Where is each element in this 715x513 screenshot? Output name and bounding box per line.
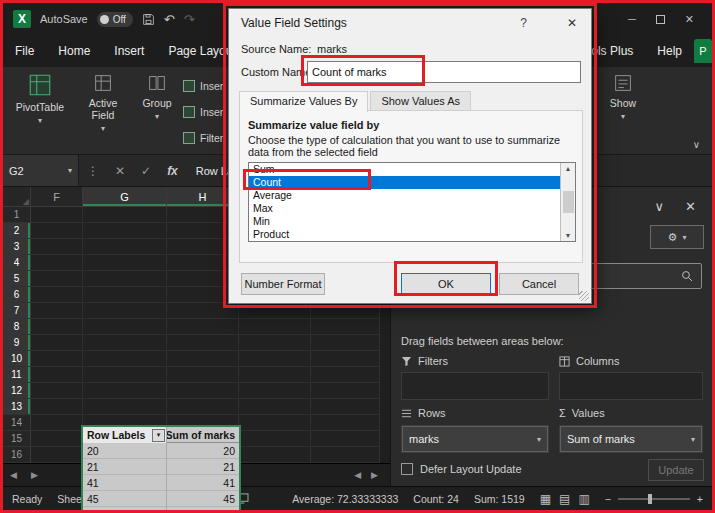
cell[interactable] (167, 367, 239, 383)
collapse-ribbon-icon[interactable]: ∨ (693, 139, 700, 150)
cell[interactable] (31, 335, 83, 351)
name-box[interactable]: G2 ▾ (3, 155, 79, 186)
cell[interactable] (239, 399, 311, 415)
cell[interactable] (31, 271, 83, 287)
window-close-icon[interactable]: ✕ (685, 13, 694, 26)
cell[interactable] (31, 367, 83, 383)
cell[interactable] (167, 383, 239, 399)
cell[interactable] (31, 415, 83, 431)
row-header-3[interactable]: 3 (3, 239, 31, 255)
custom-name-input[interactable] (307, 61, 581, 83)
pivot-row-value[interactable]: 41 (167, 475, 239, 491)
cell[interactable] (311, 319, 380, 335)
ribbon-tab-file[interactable]: File (3, 37, 46, 65)
cell[interactable] (239, 335, 311, 351)
cell[interactable] (83, 207, 167, 223)
calc-option-count[interactable]: Count (249, 176, 575, 189)
row-header-12[interactable]: 12 (3, 383, 31, 399)
cell[interactable] (31, 383, 83, 399)
row-header-16[interactable]: 16 (3, 447, 31, 463)
pivot-row-label[interactable]: 45 (83, 491, 167, 507)
calc-option-average[interactable]: Average (249, 189, 575, 202)
cell[interactable] (311, 367, 380, 383)
cell[interactable] (83, 239, 167, 255)
pivot-row-label[interactable]: 41 (83, 475, 167, 491)
cell[interactable] (239, 447, 311, 463)
cell[interactable] (31, 239, 83, 255)
update-button[interactable]: Update (648, 459, 704, 481)
cell[interactable] (239, 303, 311, 319)
cell[interactable] (31, 319, 83, 335)
scrollbar-thumb[interactable] (563, 191, 574, 213)
row-header-14[interactable]: 14 (3, 415, 31, 431)
ok-button[interactable]: OK (401, 273, 491, 295)
row-header-15[interactable]: 15 (3, 431, 31, 447)
cell[interactable] (83, 271, 167, 287)
cell[interactable] (83, 255, 167, 271)
cell[interactable] (31, 399, 83, 415)
defer-layout-checkbox[interactable] (401, 463, 413, 475)
row-header-8[interactable]: 8 (3, 319, 31, 335)
cell[interactable] (31, 431, 83, 447)
insert-slicer-button[interactable]: Inser (183, 75, 231, 97)
dialog-help-icon[interactable]: ? (520, 16, 527, 30)
pivot-row-label[interactable]: 20 (83, 443, 167, 459)
row-header-1[interactable]: 1 (3, 207, 31, 223)
pivot-row-value[interactable]: 45 (167, 491, 239, 507)
column-header-g[interactable]: G (83, 187, 167, 207)
cell[interactable] (239, 319, 311, 335)
pivot-header-row-labels[interactable]: Row Labels▾ (83, 427, 167, 443)
page-break-view-icon[interactable]: ▥ (578, 492, 589, 506)
sheet-nav-left-icon[interactable]: ◀ (3, 470, 24, 480)
values-field-item[interactable]: Sum of marks ▾ (560, 426, 702, 452)
calc-option-min[interactable]: Min (249, 215, 575, 228)
cell[interactable] (83, 303, 167, 319)
cell[interactable] (239, 367, 311, 383)
scroll-up-icon[interactable]: ▲ (565, 165, 572, 172)
row-header-2[interactable]: 2 (3, 223, 31, 239)
dialog-title-bar[interactable]: Value Field Settings ? ✕ (229, 9, 591, 37)
select-all-corner[interactable]: ◢ (3, 187, 31, 207)
dialog-resize-grip[interactable] (579, 291, 589, 301)
cell[interactable] (239, 431, 311, 447)
row-header-4[interactable]: 4 (3, 255, 31, 271)
cell[interactable] (167, 319, 239, 335)
cell[interactable] (167, 351, 239, 367)
scroll-down-icon[interactable]: ▼ (565, 232, 572, 239)
ribbon-tab-pivottable-analyze[interactable]: P (694, 39, 712, 63)
pivot-row-value[interactable]: 20 (167, 443, 239, 459)
cell[interactable] (83, 383, 167, 399)
cell[interactable] (239, 351, 311, 367)
cell[interactable] (311, 431, 380, 447)
row-header-9[interactable]: 9 (3, 335, 31, 351)
sheet-nav-right-icon[interactable]: ▶ (24, 470, 45, 480)
cell[interactable] (31, 287, 83, 303)
cell[interactable] (311, 335, 380, 351)
cell[interactable] (83, 335, 167, 351)
autosave-toggle[interactable]: Off (97, 12, 133, 27)
save-icon[interactable] (142, 13, 155, 26)
number-format-button[interactable]: Number Format (241, 273, 325, 295)
row-header-11[interactable]: 11 (3, 367, 31, 383)
redo-icon[interactable]: ↷ (184, 13, 195, 26)
insert-function-icon[interactable]: fx (167, 164, 178, 178)
cell[interactable] (239, 415, 311, 431)
pivot-row-label[interactable]: 50 (83, 507, 167, 513)
cell[interactable] (83, 319, 167, 335)
cell[interactable] (83, 223, 167, 239)
pivottable-button[interactable]: PivotTable ▾ (9, 72, 71, 150)
page-layout-view-icon[interactable]: ▤ (559, 492, 570, 506)
calc-option-product[interactable]: Product (249, 228, 575, 241)
cell[interactable] (167, 335, 239, 351)
cell[interactable] (31, 207, 83, 223)
filter-dropdown-icon[interactable]: ▾ (152, 429, 165, 442)
cell[interactable] (31, 255, 83, 271)
cell[interactable] (167, 399, 239, 415)
filters-drop-area[interactable] (401, 372, 549, 400)
row-header-7[interactable]: 7 (3, 303, 31, 319)
cell[interactable] (31, 351, 83, 367)
confirm-entry-icon[interactable]: ✓ (141, 164, 151, 178)
ribbon-tab-help[interactable]: Help (645, 37, 694, 65)
row-header-6[interactable]: 6 (3, 287, 31, 303)
row-header-10[interactable]: 10 (3, 351, 31, 367)
